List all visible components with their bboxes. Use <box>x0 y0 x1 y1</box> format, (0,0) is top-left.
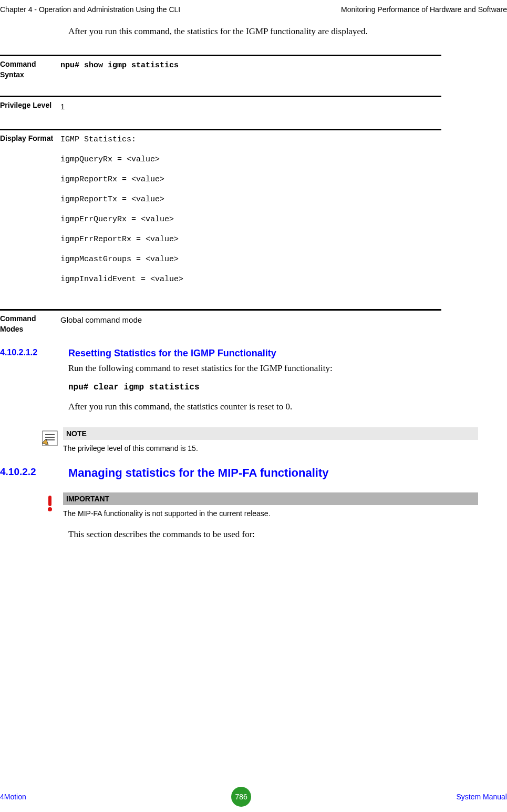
display-line: igmpInvalidEvent = <value> <box>60 273 507 286</box>
def-label: Command Modes <box>0 314 60 334</box>
def-label: Privilege Level <box>0 100 60 111</box>
definition-privilege-level: Privilege Level 1 <box>0 96 507 113</box>
def-value: IGMP Statistics: igmpQueryRx = <value> i… <box>60 133 507 293</box>
important-callout: IMPORTANT The MIP-FA functionality is no… <box>37 492 478 518</box>
section-heading: 4.10.2.1.2 Resetting Statistics for the … <box>0 348 507 359</box>
footer-right: System Manual <box>457 793 507 801</box>
header-left: Chapter 4 - Operation and Administration… <box>0 5 180 14</box>
paragraph: After you run this command, the statisti… <box>68 399 478 415</box>
section-number: 4.10.2.2 <box>0 466 68 478</box>
note-text: The privilege level of this command is 1… <box>63 440 478 453</box>
note-title: NOTE <box>63 427 478 440</box>
footer-left: 4Motion <box>0 793 26 801</box>
definition-display-format: Display Format IGMP Statistics: igmpQuer… <box>0 129 507 293</box>
page-header: Chapter 4 - Operation and Administration… <box>0 5 507 24</box>
definition-command-modes: Command Modes Global command mode <box>0 309 507 334</box>
svg-rect-4 <box>48 496 51 506</box>
page-footer: 4Motion 786 System Manual <box>0 787 507 807</box>
display-line: igmpMcastGroups = <value> <box>60 253 507 266</box>
section-heading: 4.10.2.2 Managing statistics for the MIP… <box>0 466 507 480</box>
section-title: Managing statistics for the MIP-FA funct… <box>68 466 328 480</box>
display-line: IGMP Statistics: <box>60 133 507 146</box>
command-example: npu# clear igmp statistics <box>68 383 507 392</box>
display-line: igmpErrReportRx = <value> <box>60 233 507 246</box>
def-value: npu# show igmp statistics <box>60 59 507 72</box>
display-line: igmpReportTx = <value> <box>60 193 507 206</box>
def-value: 1 <box>60 100 507 113</box>
note-icon <box>37 427 63 447</box>
svg-point-5 <box>48 507 52 511</box>
intro-paragraph: After you run this command, the statisti… <box>68 24 478 39</box>
def-value: Global command mode <box>60 314 507 326</box>
note-callout: NOTE The privilege level of this command… <box>37 427 478 453</box>
important-icon <box>37 492 63 512</box>
section-title: Resetting Statistics for the IGMP Functi… <box>68 348 276 359</box>
important-text: The MIP-FA functionality is not supporte… <box>63 505 478 518</box>
section-number: 4.10.2.1.2 <box>0 348 68 357</box>
page-number-badge: 786 <box>231 787 251 807</box>
paragraph: Run the following command to reset stati… <box>68 361 478 376</box>
display-line: igmpQueryRx = <value> <box>60 153 507 166</box>
header-right: Monitoring Performance of Hardware and S… <box>341 5 507 14</box>
definition-command-syntax: Command Syntax npu# show igmp statistics <box>0 55 507 80</box>
display-line: igmpErrQueryRx = <value> <box>60 213 507 226</box>
important-title: IMPORTANT <box>63 492 478 505</box>
closing-paragraph: This section describes the commands to b… <box>68 527 478 542</box>
display-line: igmpReportRx = <value> <box>60 173 507 186</box>
def-label: Command Syntax <box>0 59 60 80</box>
def-label: Display Format <box>0 133 60 144</box>
